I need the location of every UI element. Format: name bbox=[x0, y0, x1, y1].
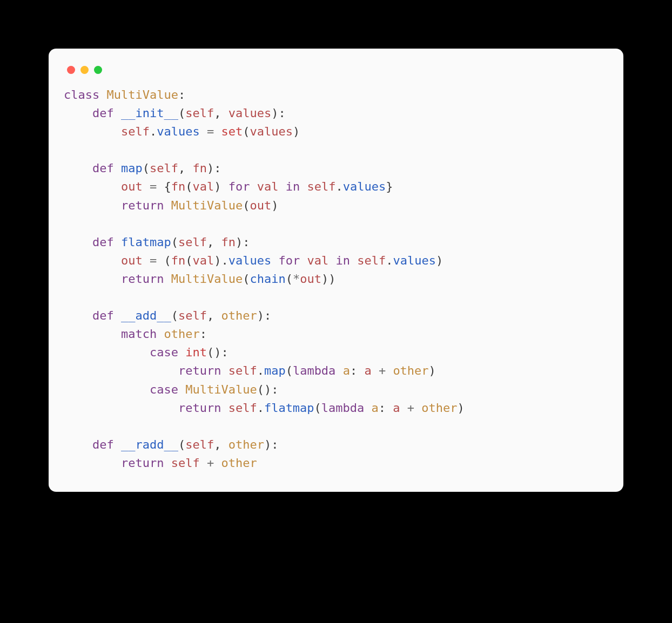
token-pn: . bbox=[386, 254, 393, 267]
token-kw: def bbox=[92, 106, 114, 120]
token-pn: ( bbox=[243, 199, 250, 212]
token-prm: a bbox=[393, 401, 400, 415]
token-pn: . bbox=[257, 364, 264, 377]
token-kw: lambda bbox=[321, 401, 364, 415]
token-prm: self bbox=[229, 364, 257, 377]
token-pn: ) bbox=[429, 364, 436, 377]
token-pn: . bbox=[335, 180, 342, 193]
token-op: + bbox=[379, 364, 386, 377]
token-pn: ( bbox=[143, 161, 150, 175]
token-prm: val bbox=[192, 254, 214, 267]
token-kw: for bbox=[229, 180, 250, 193]
token-prm: a bbox=[364, 364, 371, 377]
token-prm: self bbox=[185, 106, 214, 120]
token-prm: fn bbox=[171, 254, 186, 267]
token-pn: ): bbox=[207, 161, 221, 175]
token-prm: self bbox=[229, 401, 257, 415]
token-kw: in bbox=[286, 180, 300, 193]
token-pn: . bbox=[257, 401, 264, 415]
token-kw: class bbox=[64, 88, 99, 101]
token-prm: out bbox=[121, 180, 143, 193]
token-pn: ( bbox=[171, 309, 178, 322]
token-prm: self bbox=[178, 309, 207, 322]
token-fn: values bbox=[343, 180, 386, 193]
token-kw: for bbox=[278, 254, 300, 267]
page-wrap: class MultiValue: def __init__(self, val… bbox=[0, 0, 672, 540]
token-kw: return bbox=[121, 272, 164, 286]
token-fn: values bbox=[157, 125, 199, 138]
token-kw: return bbox=[121, 199, 164, 212]
token-prm: fn bbox=[221, 235, 236, 249]
token-kw: case bbox=[150, 346, 178, 359]
token-cls: other bbox=[221, 456, 257, 470]
token-op: * bbox=[293, 272, 300, 286]
token-kw: def bbox=[92, 161, 114, 175]
token-kw: match bbox=[121, 327, 157, 341]
token-pn: ( bbox=[243, 272, 250, 286]
token-pn: ( bbox=[185, 254, 192, 267]
token-op: = bbox=[150, 180, 157, 193]
token-pn: ). bbox=[214, 254, 229, 267]
token-prm: out bbox=[121, 254, 143, 267]
token-prm: values bbox=[229, 106, 271, 120]
token-pn: ( bbox=[178, 106, 185, 120]
token-pn: : bbox=[178, 88, 185, 101]
token-pn: ): bbox=[236, 235, 250, 249]
token-prm: val bbox=[307, 254, 328, 267]
token-cls: other bbox=[164, 327, 199, 341]
token-fn: chain bbox=[250, 272, 285, 286]
zoom-icon[interactable] bbox=[94, 66, 102, 74]
token-pn: , bbox=[214, 438, 221, 451]
token-kw: return bbox=[178, 364, 221, 377]
token-bi: int bbox=[185, 346, 207, 359]
token-cls: MultiValue bbox=[171, 199, 243, 212]
token-prm: fn bbox=[192, 161, 207, 175]
token-fn: __radd__ bbox=[121, 438, 178, 451]
code-window: class MultiValue: def __init__(self, val… bbox=[49, 49, 623, 492]
token-pn: ) bbox=[436, 254, 443, 267]
token-kw: return bbox=[121, 456, 164, 470]
token-cls: MultiValue bbox=[185, 383, 257, 396]
token-fn: flatmap bbox=[264, 401, 314, 415]
token-pn: ( bbox=[314, 401, 321, 415]
token-kw: def bbox=[92, 438, 114, 451]
close-icon[interactable] bbox=[67, 66, 75, 74]
token-pn: ) bbox=[293, 125, 300, 138]
token-prm: val bbox=[257, 180, 279, 193]
token-cls: other bbox=[221, 309, 257, 322]
token-pn: , bbox=[207, 235, 214, 249]
token-kw: case bbox=[150, 383, 178, 396]
token-pn: )) bbox=[321, 272, 336, 286]
token-fn: flatmap bbox=[121, 235, 171, 249]
token-pn: (): bbox=[207, 346, 229, 359]
token-pn: ( bbox=[286, 364, 293, 377]
token-pn: ) bbox=[214, 180, 221, 193]
token-kw: return bbox=[178, 401, 221, 415]
token-cls: a bbox=[343, 364, 350, 377]
token-pn: ( bbox=[243, 125, 250, 138]
token-prm: out bbox=[250, 199, 271, 212]
code-block: class MultiValue: def __init__(self, val… bbox=[64, 86, 608, 472]
token-bi: set bbox=[221, 125, 243, 138]
token-op: + bbox=[407, 401, 414, 415]
token-op: = bbox=[207, 125, 214, 138]
token-prm: self bbox=[171, 456, 200, 470]
token-fn: values bbox=[393, 254, 435, 267]
token-op: = bbox=[150, 254, 157, 267]
token-fn: map bbox=[264, 364, 286, 377]
token-fn: __add__ bbox=[121, 309, 171, 322]
token-pn: , bbox=[214, 106, 221, 120]
token-pn: , bbox=[207, 309, 214, 322]
token-cls: other bbox=[229, 438, 264, 451]
token-pn: ): bbox=[257, 309, 272, 322]
minimize-icon[interactable] bbox=[80, 66, 89, 74]
token-cls: a bbox=[372, 401, 379, 415]
token-fn: __init__ bbox=[121, 106, 178, 120]
token-pn: } bbox=[386, 180, 393, 193]
token-prm: out bbox=[300, 272, 321, 286]
token-pn: (): bbox=[257, 383, 279, 396]
token-kw: def bbox=[92, 309, 114, 322]
token-prm: self bbox=[307, 180, 335, 193]
token-pn: ( bbox=[178, 438, 185, 451]
token-prm: self bbox=[185, 438, 214, 451]
